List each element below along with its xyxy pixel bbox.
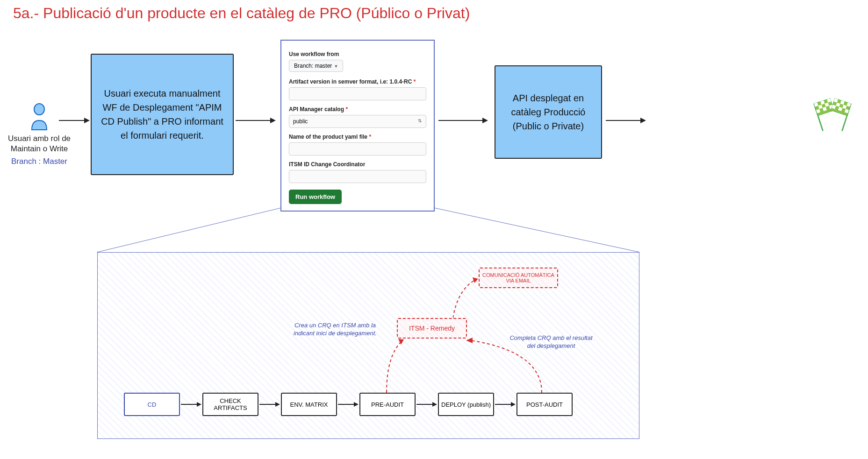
catalog-select[interactable] [289, 115, 426, 128]
workflow-form: Use workflow from Branch: master▼ Artifa… [280, 40, 435, 212]
diagram-title: 5a.- Publicació d'un producte en el catà… [13, 5, 470, 22]
svg-point-0 [34, 104, 44, 115]
svg-marker-43 [466, 338, 473, 343]
step-pre-audit: PRE-AUDIT [359, 393, 416, 416]
svg-line-29 [97, 208, 281, 252]
yaml-input[interactable] [289, 142, 426, 155]
actor-label: Usuari amb rol de Maintain o Write [7, 134, 72, 154]
svg-line-30 [434, 208, 639, 252]
actor-branch: Branch : Master [7, 157, 72, 166]
actor-user: Usuari amb rol de Maintain o Write Branc… [7, 103, 72, 166]
svg-marker-41 [511, 402, 516, 407]
svg-marker-37 [354, 402, 359, 407]
step-box-1: Usuari executa manualment WF de Desplega… [91, 54, 234, 175]
use-workflow-label: Use workflow from [289, 51, 426, 57]
step-post-audit: POST-AUDIT [516, 393, 573, 416]
artifact-input[interactable] [289, 87, 426, 100]
step-env-matrix: ENV. MATRIX [281, 393, 337, 416]
svg-marker-39 [432, 402, 437, 407]
step-check-artifacts: CHECK ARTIFACTS [202, 393, 258, 416]
email-box: COMUNICACIÓ AUTOMÀTICA VIA EMAIL [479, 268, 558, 288]
svg-marker-8 [640, 118, 646, 123]
itsm-label: ITSM ID Change Coordinator [289, 161, 426, 168]
artifact-label: Artifact version in semver format, i.e: … [289, 78, 426, 85]
svg-marker-35 [275, 402, 280, 407]
step-deploy: DEPLOY (publish) [438, 393, 494, 416]
svg-marker-42 [398, 339, 404, 345]
svg-marker-31 [473, 277, 478, 283]
user-icon [28, 103, 50, 131]
branch-dropdown[interactable]: Branch: master▼ [289, 60, 343, 72]
catalog-label: API Manager catalog * [289, 106, 426, 113]
step-cd: CD [124, 393, 180, 416]
svg-marker-4 [270, 118, 276, 123]
note-crea: Crea un CRQ en ITSM amb la indicant inic… [288, 322, 382, 338]
detail-panel: ITSM - Remedy COMUNICACIÓ AUTOMÀTICA VIA… [97, 252, 639, 439]
step-box-3: API desplegat en catàleg Producció (Publ… [495, 65, 602, 159]
expand-connector [97, 208, 639, 252]
run-workflow-button[interactable]: Run workflow [289, 190, 342, 204]
finish-flags-icon [809, 98, 856, 135]
itsm-input[interactable] [289, 170, 426, 183]
svg-marker-33 [197, 402, 201, 407]
yaml-label: Name of the product yaml file * [289, 134, 426, 140]
svg-marker-2 [84, 118, 90, 123]
svg-marker-6 [482, 118, 488, 123]
